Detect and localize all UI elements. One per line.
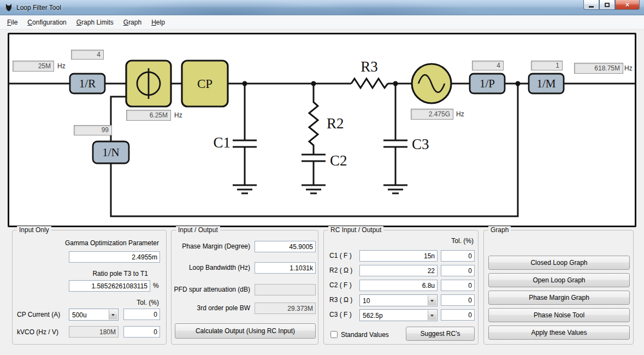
charge-pump-block: CP [182, 61, 228, 106]
vco-freq-value: 2.475G [411, 109, 453, 120]
combo-arrow-button[interactable] [109, 310, 117, 319]
maximize-icon [605, 3, 610, 7]
ref-freq-input[interactable]: 25M [13, 61, 54, 72]
label-r2: R2 [327, 115, 344, 132]
c3-label: C3 ( F ) [329, 311, 352, 318]
menu-graph-limits[interactable]: Graph Limits [72, 15, 119, 29]
loop-bandwidth-input[interactable] [255, 262, 316, 274]
menu-configuration[interactable]: Configuration [22, 15, 71, 29]
chevron-down-icon [111, 314, 115, 318]
input-output-panel: Input / Output Phase Margin (Degree) Loo… [171, 230, 318, 345]
c3-tolerance-input[interactable] [441, 309, 475, 321]
close-icon: × [625, 1, 630, 9]
r2-input[interactable] [359, 265, 438, 276]
pfd-spur-field [255, 284, 316, 295]
n-divider-input[interactable]: 99 [74, 125, 112, 135]
cp-current-combo[interactable]: 500u [69, 309, 119, 321]
svg-text:1/N: 1/N [102, 146, 120, 159]
gamma-input[interactable] [69, 251, 160, 263]
menu-file[interactable]: File [2, 15, 22, 29]
combo-arrow-button[interactable] [428, 295, 436, 305]
third-order-pole-label: 3rd order pole BW [174, 304, 250, 312]
label-c3: C3 [412, 136, 429, 152]
panel-title: Input Only [17, 226, 51, 234]
third-order-pole-field [255, 303, 316, 314]
tolerance-header: Tol. (%) [451, 237, 474, 245]
c2-input[interactable] [359, 280, 438, 291]
phase-margin-label: Phase Margin (Degree) [174, 242, 250, 250]
loop-bandwidth-label: Loop Bandwidth (Hz) [174, 264, 250, 271]
close-button[interactable]: × [615, 0, 640, 10]
panel-title: Graph [488, 226, 511, 234]
pfd-freq-value: 6.25M [126, 110, 171, 121]
kvco-value-field [69, 326, 119, 338]
hz-label: Hz [57, 62, 66, 70]
hz-label: Hz [624, 64, 633, 72]
chevron-down-icon [430, 315, 434, 318]
c1-tolerance-input[interactable] [441, 250, 475, 262]
closed-loop-graph-button[interactable]: Closed Loop Graph [488, 256, 630, 270]
open-loop-graph-button[interactable]: Open Loop Graph [488, 273, 630, 287]
c2-tolerance-input[interactable] [441, 280, 475, 291]
r3-label: R3 ( Ω ) [329, 296, 352, 304]
phase-margin-graph-button[interactable]: Phase Margin Graph [488, 291, 630, 305]
app-window: Loop Filter Tool × File Configuration Gr… [0, 0, 644, 355]
window-controls: × [583, 0, 640, 10]
ratio-label: Ratio pole T3 to T1 [92, 270, 148, 277]
combo-arrow-button[interactable] [428, 310, 436, 320]
label-c1: C1 [213, 134, 231, 151]
m-divider-input[interactable]: 1 [531, 61, 563, 70]
wolf-app-icon [4, 3, 13, 12]
input-only-panel: Input Only Gamma Optimization Parameter … [12, 230, 167, 345]
chevron-down-icon [430, 300, 434, 304]
c1-input[interactable] [359, 250, 438, 262]
menu-graph[interactable]: Graph [119, 15, 146, 29]
window-title: Loop Filter Tool [16, 4, 61, 11]
svg-text:1/R: 1/R [79, 77, 96, 90]
capacitor-c1 [233, 84, 257, 193]
r2-tolerance-input[interactable] [441, 265, 475, 276]
rc-input-output-panel: RC Input / Output Tol. (%) C1 ( F ) R2 (… [323, 230, 478, 345]
phase-margin-input[interactable] [255, 241, 316, 252]
cp-current-label: CP Current (A) [17, 311, 60, 318]
c1-label: C1 ( F ) [329, 252, 352, 259]
n-divider-block: 1/N [93, 141, 129, 163]
minimize-button[interactable] [583, 0, 599, 10]
panel-title: RC Input / Output [328, 226, 383, 234]
cp-current-tolerance-input[interactable] [123, 309, 160, 320]
r3-combo[interactable]: 10 [359, 294, 438, 306]
phase-noise-tool-button[interactable]: Phase Noise Tool [488, 308, 630, 322]
c3-combo[interactable]: 562.5p [359, 309, 438, 321]
m-divider-block: 1/M [529, 74, 564, 93]
resistor-r2-capacitor-c2 [302, 84, 326, 193]
resistor-r3 [351, 79, 388, 88]
r-divider-input[interactable]: 4 [71, 50, 104, 60]
percent-label: % [153, 282, 159, 289]
kvco-tolerance-input[interactable] [123, 326, 160, 338]
r-divider-block: 1/R [70, 74, 105, 93]
main-content: CP 1/R 1/N 1/P [0, 29, 644, 355]
gamma-label: Gamma Optimization Parameter [65, 239, 159, 247]
hz-label: Hz [174, 111, 182, 119]
ratio-input[interactable] [69, 280, 150, 292]
phase-detector-block [126, 61, 171, 106]
svg-text:CP: CP [197, 77, 212, 91]
menu-help[interactable]: Help [146, 15, 170, 29]
maximize-button[interactable] [599, 0, 615, 10]
c2-label: C2 ( F ) [329, 281, 352, 289]
menu-bar: File Configuration Graph Limits Graph He… [0, 15, 644, 29]
label-r3: R3 [361, 58, 378, 75]
svg-text:1/M: 1/M [536, 77, 556, 90]
apply-values-button[interactable]: Apply these Values [488, 326, 630, 340]
vco-block [412, 64, 451, 103]
suggest-rcs-button[interactable]: Suggest RC's [406, 327, 475, 341]
r3-tolerance-input[interactable] [441, 294, 475, 306]
calculate-output-button[interactable]: Calculate Output (Using RC Input) [175, 323, 316, 339]
standard-values-checkbox[interactable] [330, 331, 338, 338]
p-divider-input[interactable]: 4 [472, 61, 504, 70]
pfd-spur-label: PFD spur attenuation (dB) [174, 286, 250, 293]
capacitor-c3 [383, 84, 407, 193]
graph-panel: Graph Closed Loop Graph Open Loop Graph … [483, 230, 634, 345]
output-freq-value: 618.75M [574, 63, 623, 74]
panel-title: Input / Output [176, 226, 220, 234]
